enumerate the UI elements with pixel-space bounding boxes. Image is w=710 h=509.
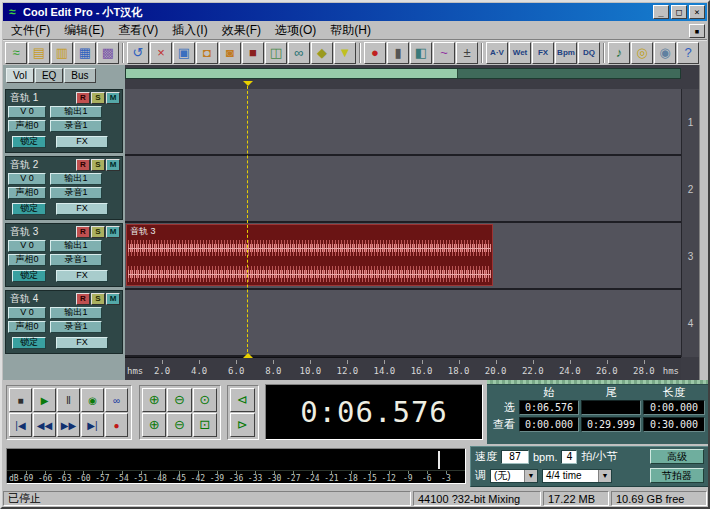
maximize-button[interactable]: □ xyxy=(671,5,687,19)
copy-icon[interactable]: ▣ xyxy=(173,42,195,64)
zoom-out-button[interactable]: ⊖ xyxy=(167,388,191,412)
track-1-record-device-button[interactable]: 录音1 xyxy=(50,120,102,132)
delete-icon[interactable]: ■ xyxy=(242,42,264,64)
menu-file[interactable]: 文件(F) xyxy=(4,21,57,40)
zoom-out-vertical-button[interactable]: ⊖ xyxy=(167,413,191,437)
zoom-in-button[interactable]: ⊕ xyxy=(142,388,166,412)
timeline-ruler[interactable]: hmshms2.04.06.08.010.012.014.016.018.020… xyxy=(125,357,681,380)
menu-insert[interactable]: 插入(I) xyxy=(165,21,214,40)
play-looped-button[interactable]: ◉ xyxy=(81,388,104,412)
loop-duplicate-icon[interactable]: ∞ xyxy=(288,42,310,64)
wet-dry-icon[interactable]: Wet xyxy=(509,42,531,64)
track-3-fx-button[interactable]: FX xyxy=(56,270,108,282)
crop-icon[interactable]: ◫ xyxy=(265,42,287,64)
track-2-pan-button[interactable]: 声相0 xyxy=(8,187,46,199)
menu-options[interactable]: 选项(O) xyxy=(268,21,323,40)
zoom-right-edge-button[interactable]: ⊳ xyxy=(230,413,255,437)
time-signature-dropdown[interactable]: 4/4 time ▼ xyxy=(542,469,612,483)
lock-time-icon[interactable]: ◧ xyxy=(410,42,432,64)
track-4-lock-button[interactable]: 锁定 xyxy=(12,337,46,349)
tempo-value-field[interactable]: 87 xyxy=(501,450,529,464)
track-4-lane[interactable] xyxy=(125,290,681,356)
track-2-fx-button[interactable]: FX xyxy=(56,203,108,215)
stop-button[interactable]: ■ xyxy=(9,388,32,412)
track-1-fx-button[interactable]: FX xyxy=(56,136,108,148)
beats-per-bar-field[interactable]: 4 xyxy=(561,450,577,464)
vertical-scrollbar[interactable] xyxy=(699,65,709,380)
punch-in-icon[interactable]: ● xyxy=(364,42,386,64)
track-3-lane[interactable]: 音轨 3 xyxy=(125,223,681,289)
track-2-record-arm-button[interactable]: R xyxy=(76,159,90,171)
track-2-record-device-button[interactable]: 录音1 xyxy=(50,187,102,199)
track-1-mute-button[interactable]: M xyxy=(106,92,120,104)
track-4-solo-button[interactable]: S xyxy=(91,293,105,305)
tab-bus[interactable]: Bus xyxy=(64,68,95,83)
cd-burn-icon[interactable]: ◎ xyxy=(631,42,653,64)
paste-icon[interactable]: ◘ xyxy=(196,42,218,64)
record-button[interactable]: ● xyxy=(105,413,128,437)
track-1-record-arm-button[interactable]: R xyxy=(76,92,90,104)
track-3-pan-button[interactable]: 声相0 xyxy=(8,254,46,266)
envelope-icon[interactable]: ~ xyxy=(433,42,455,64)
quantize-icon[interactable]: DQ xyxy=(578,42,600,64)
fast-forward-button[interactable]: ▶▶ xyxy=(57,413,80,437)
group-clips-icon[interactable]: ◆ xyxy=(311,42,333,64)
mdi-child-button[interactable]: ▪ xyxy=(689,24,705,38)
track-2-lane[interactable] xyxy=(125,156,681,222)
track-1-lock-button[interactable]: 锁定 xyxy=(12,136,46,148)
mixer-icon[interactable]: ▩ xyxy=(97,42,119,64)
track-2-solo-button[interactable]: S xyxy=(91,159,105,171)
cut-icon[interactable]: × xyxy=(150,42,172,64)
advanced-button[interactable]: 高级 xyxy=(650,449,704,464)
zoom-full-button[interactable]: ⊙ xyxy=(193,388,217,412)
track-1-lane[interactable] xyxy=(125,89,681,155)
open-file-icon[interactable]: ▤ xyxy=(28,42,50,64)
chevron-down-icon[interactable]: ▼ xyxy=(598,470,611,482)
open-session-icon[interactable]: ▥ xyxy=(51,42,73,64)
audio-clip[interactable]: 音轨 3 xyxy=(126,224,493,286)
track-2-mute-button[interactable]: M xyxy=(106,159,120,171)
track-3-volume-button[interactable]: V 0 xyxy=(8,240,46,252)
metronome-button[interactable]: 节拍器 xyxy=(650,468,704,483)
loop-button[interactable]: ∞ xyxy=(105,388,128,412)
track-4-fx-button[interactable]: FX xyxy=(56,337,108,349)
zoom-selection-button[interactable]: ⊡ xyxy=(193,413,217,437)
track-3-lock-button[interactable]: 锁定 xyxy=(12,270,46,282)
track-1-solo-button[interactable]: S xyxy=(91,92,105,104)
go-to-end-button[interactable]: ▶| xyxy=(81,413,104,437)
track-2-output-button[interactable]: 输出1 xyxy=(50,173,102,185)
minimize-button[interactable]: _ xyxy=(653,5,669,19)
track-1-pan-button[interactable]: 声相0 xyxy=(8,120,46,132)
track-4-output-button[interactable]: 输出1 xyxy=(50,307,102,319)
track-1-output-button[interactable]: 输出1 xyxy=(50,106,102,118)
bpm-icon[interactable]: Bpm xyxy=(555,42,577,64)
view-range-indicator[interactable] xyxy=(126,69,458,78)
track-3-output-button[interactable]: 输出1 xyxy=(50,240,102,252)
zoom-left-edge-button[interactable]: ⊲ xyxy=(230,388,255,412)
level-meter[interactable]: dB-69-66-63-60-57-54-51-48-45-42-39-36-3… xyxy=(6,448,466,484)
track-4-mute-button[interactable]: M xyxy=(106,293,120,305)
save-icon[interactable]: ▦ xyxy=(74,42,96,64)
track-4-volume-button[interactable]: V 0 xyxy=(8,307,46,319)
track-3-solo-button[interactable]: S xyxy=(91,226,105,238)
tab-eq[interactable]: EQ xyxy=(35,68,63,83)
metronome-icon[interactable]: ♪ xyxy=(608,42,630,64)
marker-icon[interactable]: ▼ xyxy=(334,42,356,64)
playhead[interactable] xyxy=(247,81,248,357)
track-3-mute-button[interactable]: M xyxy=(106,226,120,238)
key-dropdown[interactable]: (无) ▼ xyxy=(490,469,538,483)
snapping-icon[interactable]: ± xyxy=(456,42,478,64)
undo-icon[interactable]: ↺ xyxy=(127,42,149,64)
chevron-down-icon[interactable]: ▼ xyxy=(524,470,537,482)
play-button[interactable]: ▶ xyxy=(33,388,56,412)
track-4-record-device-button[interactable]: 录音1 xyxy=(50,321,102,333)
rewind-button[interactable]: ◀◀ xyxy=(33,413,56,437)
session-overview-bar[interactable] xyxy=(125,68,681,79)
mute-clip-icon[interactable]: ▮ xyxy=(387,42,409,64)
zoom-in-vertical-button[interactable]: ⊕ xyxy=(142,413,166,437)
track-3-record-device-button[interactable]: 录音1 xyxy=(50,254,102,266)
help-icon[interactable]: ? xyxy=(677,42,699,64)
menu-help[interactable]: 帮助(H) xyxy=(323,21,378,40)
menu-effects[interactable]: 效果(F) xyxy=(215,21,268,40)
menu-edit[interactable]: 编辑(E) xyxy=(57,21,111,40)
